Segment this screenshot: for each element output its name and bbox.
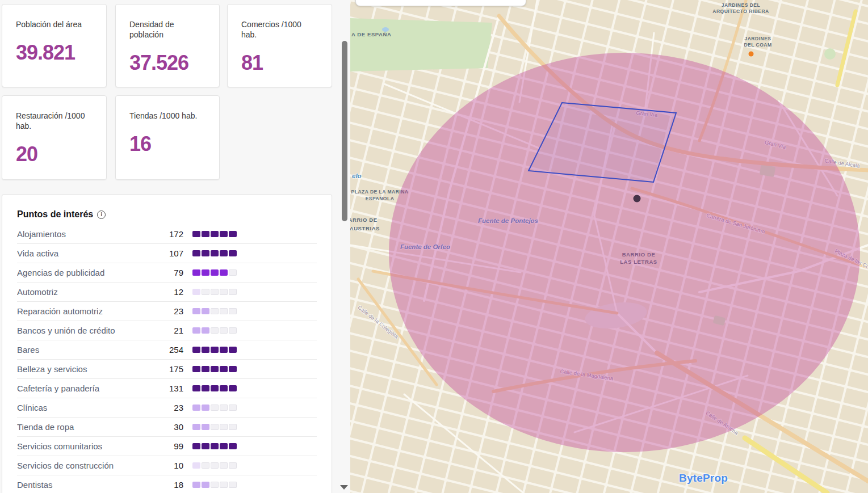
poi-bar-square-empty [220, 289, 228, 295]
poi-bar [192, 327, 237, 334]
poi-bar-square-filled [202, 385, 209, 391]
poi-label: Alojamientos [17, 229, 159, 239]
poi-row[interactable]: Servicios de construcción10 [17, 456, 317, 475]
map-label-area-sm: ESPAÑOLA [366, 196, 395, 201]
poi-bar-square-empty [229, 404, 237, 411]
scroll-down-icon[interactable] [340, 485, 348, 490]
byteprop-logo[interactable]: ByteProp [679, 472, 728, 484]
info-icon[interactable]: i [97, 210, 106, 219]
poi-bar-square-empty [220, 462, 228, 469]
poi-bar-square-empty [229, 269, 237, 276]
map-label-area-sm: DEL COAM [744, 42, 771, 48]
poi-bar-square-filled [229, 366, 237, 372]
stat-card-value: 16 [129, 132, 206, 156]
poi-value: 23 [159, 403, 183, 412]
poi-bar-square-filled [202, 327, 209, 334]
poi-bar [192, 424, 237, 430]
poi-value: 23 [159, 306, 183, 316]
poi-row[interactable]: Cafetería y panadería131 [17, 379, 317, 398]
stat-card-value: 81 [241, 51, 318, 75]
poi-bar-square-empty [220, 424, 228, 430]
poi-bar-square-empty [211, 289, 219, 295]
poi-bar-square-filled [211, 385, 219, 391]
center-marker[interactable] [634, 195, 641, 203]
poi-bar [192, 231, 237, 237]
poi-bar-square-filled [202, 482, 209, 488]
poi-bar [192, 443, 237, 449]
poi-label: Cafetería y panadería [17, 384, 159, 393]
scrollbar-thumb[interactable] [342, 41, 347, 221]
map-canvas[interactable]: A DE ESPAÑAPLAZA DE LA MARINAESPAÑOLAJAR… [350, 0, 868, 493]
map-label-area: BARRIO DE [350, 217, 378, 223]
poi-bar-square-filled [229, 385, 237, 391]
map-label-area: LAS AUSTRIAS [350, 225, 380, 231]
stat-card-restauracion: Restauración /1000 hab. 20 [2, 95, 107, 180]
poi-bar-square-empty [229, 327, 237, 334]
poi-bar-square-empty [229, 462, 237, 469]
stat-card-tiendas: Tiendas /1000 hab. 16 [115, 95, 220, 180]
stat-card-poblacion: Población del área 39.821 [2, 4, 107, 87]
poi-row[interactable]: Bancos y unión de crédito21 [17, 321, 317, 340]
map-label-area-sm: ARQUITECTO RIBERA [712, 9, 769, 14]
poi-bar [192, 482, 237, 488]
poi-value: 254 [159, 345, 183, 355]
poi-row[interactable]: Agencias de publicidad79 [17, 263, 317, 283]
poi-bar [192, 385, 237, 391]
poi-value: 12 [159, 287, 183, 297]
poi-bar-square-empty [220, 308, 228, 314]
poi-bar-square-filled [202, 366, 209, 372]
stat-card-value: 37.526 [129, 51, 206, 75]
stat-card-comercios: Comercios /1000 hab. 81 [227, 4, 332, 87]
poi-value: 131 [159, 384, 183, 393]
poi-dot[interactable] [749, 52, 754, 57]
map-label-area-sm: JARDINES [745, 36, 771, 41]
poi-bar-square-empty [202, 462, 209, 469]
poi-bar-square-filled [211, 443, 219, 449]
poi-bar-square-empty [220, 482, 228, 488]
poi-bar-square-filled [220, 385, 228, 391]
poi-row[interactable]: Alojamientos172 [17, 225, 317, 244]
poi-value: 175 [159, 364, 183, 374]
map-search-box[interactable] [355, 0, 526, 6]
poi-bar-square-filled [192, 269, 200, 276]
poi-bar-square-filled [211, 366, 219, 372]
stat-card-title: Comercios /1000 hab. [241, 19, 318, 40]
poi-bar-square-filled [229, 443, 237, 449]
poi-bar-square-filled [192, 250, 200, 256]
poi-label: Agencias de publicidad [17, 268, 159, 277]
poi-bar-square-filled [192, 462, 200, 469]
poi-bar-square-filled [220, 443, 228, 449]
poi-bar-square-empty [211, 308, 219, 314]
poi-bar-square-filled [192, 347, 200, 353]
poi-bar-square-filled [192, 289, 200, 295]
poi-bar [192, 250, 237, 256]
poi-label: Dentistas [17, 480, 159, 490]
poi-label: Belleza y servicios [17, 364, 159, 374]
poi-bar-square-filled [202, 443, 209, 449]
poi-bar-square-filled [229, 347, 237, 353]
poi-title: Puntos de interés [17, 209, 93, 220]
poi-row[interactable]: Clínicas23 [17, 398, 317, 418]
poi-bar-square-empty [211, 404, 219, 411]
poi-value: 30 [159, 422, 183, 432]
poi-bar-square-filled [202, 231, 209, 237]
poi-row[interactable]: Belleza y servicios175 [17, 360, 317, 379]
poi-label: Servicios comunitarios [17, 441, 159, 451]
poi-row[interactable]: Dentistas18 [17, 475, 317, 493]
poi-bar [192, 289, 237, 295]
poi-bar-square-filled [192, 327, 200, 334]
poi-row[interactable]: Tienda de ropa30 [17, 418, 317, 437]
poi-row[interactable]: Bares254 [17, 340, 317, 360]
poi-row[interactable]: Vida activa107 [17, 244, 317, 263]
poi-bar [192, 347, 237, 353]
poi-value: 79 [159, 268, 183, 277]
stat-card-densidad: Densidad de población 37.526 [115, 4, 220, 87]
poi-row[interactable]: Servicios comunitarios99 [17, 437, 317, 456]
poi-label: Tienda de ropa [17, 422, 159, 432]
poi-row[interactable]: Automotriz12 [17, 283, 317, 302]
poi-bar-square-filled [220, 366, 228, 372]
poi-row[interactable]: Reparación automotriz23 [17, 302, 317, 321]
points-of-interest-card: Puntos de interés i Alojamientos172Vida … [2, 194, 332, 493]
poi-bar-square-filled [211, 347, 219, 353]
poi-label: Automotriz [17, 287, 159, 297]
